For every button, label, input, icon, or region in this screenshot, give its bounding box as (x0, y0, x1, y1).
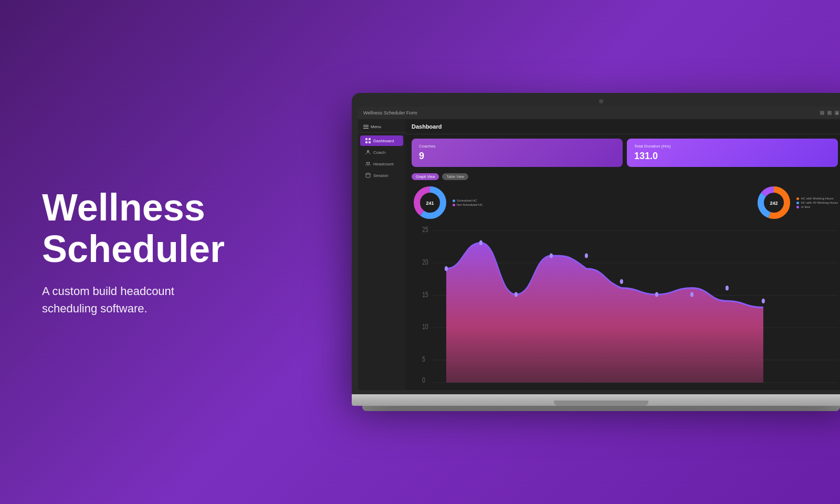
title-bar: Wellness Scheduler Form — □ ✕ (358, 107, 840, 119)
table-view-button[interactable]: Table View (442, 173, 468, 180)
session-icon (365, 173, 371, 178)
laptop-base (352, 394, 840, 406)
sidebar-item-dashboard[interactable]: Dashboard (360, 135, 403, 146)
40-hours-dot (796, 202, 799, 204)
charts-area: 241 Scheduled HC (405, 182, 840, 390)
svg-point-46 (620, 279, 623, 284)
svg-point-42 (479, 240, 482, 245)
donut-1-legend: Scheduled HC Not Scheduled HC (453, 199, 483, 206)
minimize-button[interactable]: — (820, 111, 824, 115)
main-heading: Wellness Scheduler (42, 187, 225, 270)
screen-bezel: Wellness Scheduler Form — □ ✕ (352, 93, 840, 394)
area-chart: 25 20 15 10 5 0 (412, 224, 838, 386)
stats-cards: Coaches 9 Total Duration (Hrs) 131.0 (405, 134, 840, 171)
donut-charts-row: 241 Scheduled HC (412, 184, 838, 221)
app-body: Menu Dashboard (358, 119, 840, 390)
svg-rect-3 (369, 141, 371, 143)
legend-item-40-hours: HC with 40 Working Hours (796, 201, 838, 204)
laptop-screen: Wellness Scheduler Form — □ ✕ (358, 107, 840, 390)
donut-chart-1: 241 (412, 184, 448, 221)
sidebar-item-headcount[interactable]: Headcount (360, 159, 403, 169)
headcount-icon (365, 161, 371, 166)
svg-point-47 (655, 292, 658, 297)
app-window: Wellness Scheduler Form — □ ✕ (358, 107, 840, 390)
coaches-label: Coaches (419, 144, 615, 149)
sidebar-menu-header: Menu (358, 122, 405, 133)
sidebar-item-coach-label: Coach (373, 150, 385, 155)
legend-item-working-hours: HC with Working Hours (796, 197, 838, 200)
svg-point-45 (585, 253, 588, 258)
svg-text:0: 0 (422, 375, 425, 385)
svg-text:20: 20 (422, 257, 428, 267)
donut-chart-2-container: 242 HC with Working Hours (755, 184, 838, 221)
coaches-value: 9 (419, 151, 615, 162)
duration-label: Total Duration (Hrs) (634, 144, 831, 149)
donut-chart-2: 242 (755, 184, 792, 221)
laptop-wrapper: Wellness Scheduler Form — □ ✕ (352, 93, 840, 411)
svg-text:15: 15 (422, 289, 428, 299)
laptop-camera (599, 99, 603, 103)
svg-point-48 (690, 292, 694, 297)
svg-point-6 (369, 162, 370, 164)
title-bar-controls: — □ ✕ (820, 111, 839, 115)
svg-rect-0 (365, 138, 368, 140)
working-hours-label: HC with Working Hours (801, 197, 833, 200)
svg-text:241: 241 (426, 201, 434, 206)
donut-2-legend: HC with Working Hours HC with 40 Working… (796, 197, 838, 208)
svg-rect-7 (366, 173, 370, 177)
legend-item-not-scheduled: Not Scheduled HC (453, 203, 483, 206)
area-chart-container: 25 20 15 10 5 0 (412, 224, 838, 386)
not-scheduled-hc-label: Not Scheduled HC (457, 203, 483, 206)
svg-point-44 (550, 253, 553, 258)
laptop-bottom (362, 406, 840, 411)
laptop: Wellness Scheduler Form — □ ✕ (352, 93, 840, 411)
svg-rect-1 (369, 138, 371, 140)
main-description: A custom build headcount scheduling soft… (42, 282, 210, 317)
main-header: Dashboard (405, 119, 840, 134)
maximize-button[interactable]: □ (827, 111, 832, 115)
donut-chart-1-container: 241 Scheduled HC (412, 184, 483, 221)
view-toggles: Graph View Table View (405, 171, 840, 182)
sidebar-item-session[interactable]: Session (360, 170, 403, 181)
svg-text:10: 10 (422, 322, 428, 331)
left-content: Wellness Scheduler A custom build headco… (42, 187, 225, 317)
sidebar-item-coach[interactable]: Coach (360, 147, 403, 158)
svg-text:242: 242 (770, 201, 778, 206)
not-scheduled-hc-dot (453, 204, 455, 206)
duration-value: 131.0 (634, 151, 831, 162)
menu-icon (363, 125, 369, 129)
coach-icon (365, 150, 371, 155)
sidebar-item-session-label: Session (373, 173, 388, 178)
legend-item-scheduled: Scheduled HC (453, 199, 483, 202)
close-button[interactable]: ✕ (835, 111, 839, 115)
legend-item-or-less: or less (796, 205, 838, 208)
svg-point-43 (514, 292, 518, 297)
graph-view-button[interactable]: Graph View (412, 173, 439, 180)
scheduled-hc-dot (453, 200, 455, 202)
dashboard-icon (365, 138, 371, 143)
menu-label: Menu (371, 124, 381, 129)
40-hours-label: HC with 40 Working Hours (801, 201, 838, 204)
svg-point-49 (726, 286, 729, 290)
main-content: Dashboard Coaches 9 Total Duration (Hrs)… (405, 119, 840, 390)
svg-rect-2 (365, 141, 368, 143)
stat-card-coaches: Coaches 9 (412, 139, 623, 167)
stat-card-duration: Total Duration (Hrs) 131.0 (627, 139, 838, 167)
svg-point-4 (367, 150, 369, 152)
working-hours-dot (796, 197, 799, 200)
scheduled-hc-label: Scheduled HC (457, 199, 477, 202)
sidebar-item-dashboard-label: Dashboard (373, 139, 394, 143)
or-less-label: or less (801, 205, 810, 208)
window-title: Wellness Scheduler Form (363, 110, 417, 116)
sidebar: Menu Dashboard (358, 119, 405, 390)
svg-point-50 (762, 299, 765, 303)
svg-text:5: 5 (422, 354, 425, 364)
sidebar-item-headcount-label: Headcount (373, 162, 394, 166)
svg-point-5 (366, 162, 368, 164)
svg-text:25: 25 (422, 225, 428, 234)
svg-point-41 (445, 266, 448, 271)
or-less-dot (796, 206, 799, 208)
